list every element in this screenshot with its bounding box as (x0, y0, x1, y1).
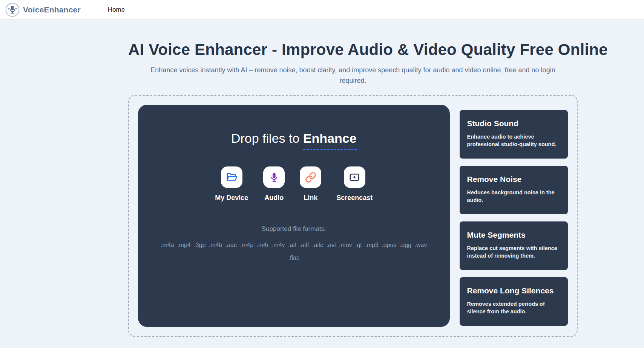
drop-headline-prefix: Drop files to (231, 131, 299, 145)
upload-sources-row: My Device Audio (215, 166, 373, 202)
feature-card-studio-sound: Studio Sound Enhance audio to achieve pr… (460, 110, 568, 159)
microphone-icon (263, 166, 285, 188)
brand-name: VoiceEnhancer (23, 5, 81, 14)
feature-cards-column: Studio Sound Enhance audio to achieve pr… (460, 105, 568, 327)
upload-dashed-container: Drop files to Enhance My Device (128, 95, 578, 337)
upload-source-audio[interactable]: Audio (263, 166, 285, 202)
feature-card-remove-long-silences: Remove Long Silences Removes extended pe… (460, 277, 568, 326)
feature-title: Studio Sound (467, 119, 560, 128)
folder-icon (221, 166, 242, 188)
feature-title: Remove Noise (467, 175, 560, 184)
feature-description: Removes extended periods of silence from… (467, 300, 560, 315)
upload-source-label: Link (304, 194, 317, 202)
feature-description: Enhance audio to achieve professional st… (467, 133, 560, 148)
page-title: AI Voice Enhancer - Improve Audio & Vide… (128, 41, 578, 59)
upload-source-label: Audio (264, 194, 284, 202)
upload-source-label: My Device (215, 194, 248, 202)
formats-line-2: .flac (150, 252, 437, 264)
feature-card-mute-segments: Mute Segments Replace cut segments with … (460, 221, 568, 270)
main-content: AI Voice Enhancer - Improve Audio & Vide… (128, 20, 578, 337)
supported-formats-label: Supported file formats: (262, 225, 326, 233)
feature-card-remove-noise: Remove Noise Reduces background noise in… (460, 166, 568, 214)
upload-source-screencast[interactable]: Screencast (336, 166, 373, 202)
brand-logo[interactable]: VoiceEnhancer (5, 3, 81, 17)
top-nav: VoiceEnhancer Home (0, 0, 644, 20)
feature-title: Mute Segments (467, 230, 560, 240)
supported-formats-list: .m4a .mp4 .3gp .m4b .aac .m4p .m4r .m4v … (150, 239, 437, 264)
upload-source-my-device[interactable]: My Device (215, 166, 248, 202)
drop-headline: Drop files to Enhance (231, 131, 357, 146)
feature-title: Remove Long Silences (467, 286, 560, 295)
file-drop-zone[interactable]: Drop files to Enhance My Device (138, 105, 450, 327)
page-subtitle: Enhance voices instantly with AI – remov… (138, 65, 568, 86)
link-icon (300, 166, 321, 188)
drop-headline-highlight: Enhance (303, 131, 357, 150)
microphone-logo-icon (5, 3, 20, 17)
hero-section: AI Voice Enhancer - Improve Audio & Vide… (128, 20, 578, 86)
feature-description: Replace cut segments with silence instea… (467, 244, 560, 259)
feature-description: Reduces background noise in the audio. (467, 189, 560, 204)
formats-line-1: .m4a .mp4 .3gp .m4b .aac .m4p .m4r .m4v … (150, 239, 437, 252)
nav-item-home[interactable]: Home (108, 6, 125, 14)
upload-source-label: Screencast (336, 194, 373, 202)
upload-source-link[interactable]: Link (300, 166, 321, 202)
screencast-icon (344, 166, 365, 188)
